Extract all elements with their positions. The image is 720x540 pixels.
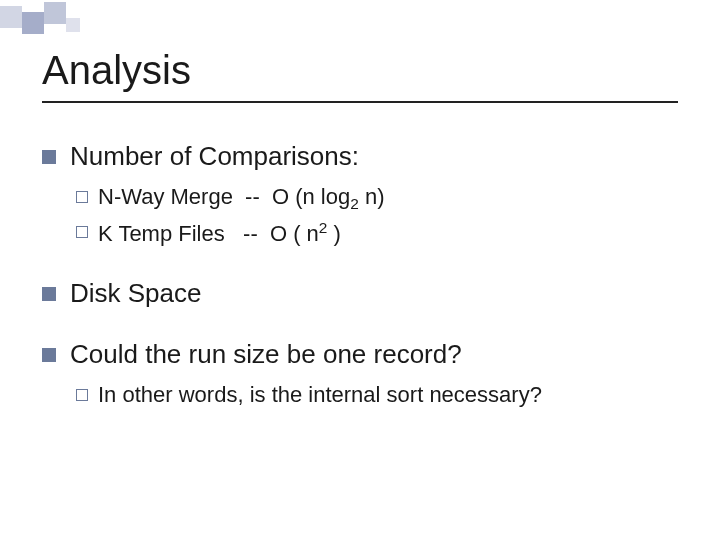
list-item: Number of Comparisons: N-Way Merge -- O … <box>42 141 678 248</box>
bullet-icon <box>42 348 56 362</box>
list-item-text: Could the run size be one record? <box>70 339 462 370</box>
hollow-bullet-icon <box>76 191 88 203</box>
bullet-icon <box>42 150 56 164</box>
text-run: N-Way Merge -- O (n log <box>98 184 350 209</box>
sub-list: In other words, is the internal sort nec… <box>76 382 678 408</box>
list-item-text: Number of Comparisons: <box>70 141 359 172</box>
title-divider <box>42 101 678 103</box>
decor-square <box>0 6 22 28</box>
text-run: ) <box>327 222 340 247</box>
decor-square <box>44 2 66 24</box>
decor-square <box>66 18 80 32</box>
text-run: n) <box>359 184 385 209</box>
sub-list-item: N-Way Merge -- O (n log2 n) <box>76 184 678 213</box>
sub-item-text: In other words, is the internal sort nec… <box>98 382 542 408</box>
decor-square <box>22 12 44 34</box>
slide-title: Analysis <box>42 48 678 93</box>
sub-list-item: K Temp Files -- O ( n2 ) <box>76 219 678 247</box>
list-item-text: Disk Space <box>70 278 202 309</box>
subscript: 2 <box>350 195 359 212</box>
sub-item-text: K Temp Files -- O ( n2 ) <box>98 219 341 247</box>
hollow-bullet-icon <box>76 226 88 238</box>
list-item: Disk Space <box>42 278 678 309</box>
corner-decoration <box>0 6 80 34</box>
main-list: Number of Comparisons: N-Way Merge -- O … <box>42 141 678 408</box>
slide-content: Analysis Number of Comparisons: N-Way Me… <box>0 0 720 408</box>
list-item: Could the run size be one record? In oth… <box>42 339 678 408</box>
sub-list-item: In other words, is the internal sort nec… <box>76 382 678 408</box>
text-run: K Temp Files -- O ( n <box>98 222 319 247</box>
sub-item-text: N-Way Merge -- O (n log2 n) <box>98 184 384 213</box>
sub-list: N-Way Merge -- O (n log2 n) K Temp Files… <box>76 184 678 248</box>
bullet-icon <box>42 287 56 301</box>
hollow-bullet-icon <box>76 389 88 401</box>
